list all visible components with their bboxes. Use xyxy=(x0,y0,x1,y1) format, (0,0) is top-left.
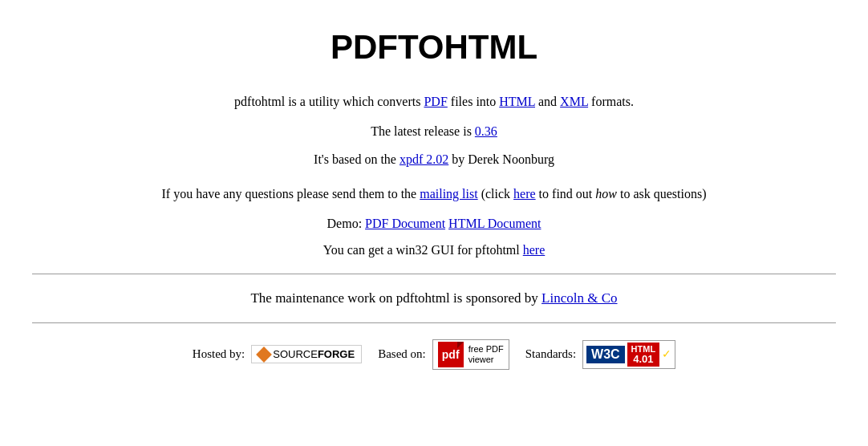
demo-section: Demo: PDF Document HTML Document xyxy=(32,217,836,231)
win32-paragraph: You can get a win32 GUI for pftohtml her… xyxy=(32,243,836,257)
xml-link[interactable]: XML xyxy=(560,95,588,108)
intro-text-before: pdftohtml is a utility which converts xyxy=(234,95,424,108)
divider-top xyxy=(32,274,836,274)
xpdf-paragraph: It's based on the xpdf 2.02 by Derek Noo… xyxy=(32,148,836,170)
pdf-badge-text: free PDF viewer xyxy=(468,344,504,365)
pdf-badge-line2: viewer xyxy=(468,355,504,365)
intro-text-after: formats. xyxy=(588,95,634,108)
w3c-badge[interactable]: W3C HTML 4.01 ✓ xyxy=(582,340,675,369)
sponsor-text-before: The maintenance work on pdftohtml is spo… xyxy=(250,290,541,306)
w3c-html-info: HTML 4.01 xyxy=(627,343,660,367)
sf-text: SOURCEFORGE xyxy=(273,348,355,360)
questions-text-after: to find out xyxy=(536,187,596,201)
release-text-before: The latest release is xyxy=(371,124,475,138)
pdf-badge-line1: free PDF xyxy=(468,344,504,355)
questions-text-before: If you have any questions please send th… xyxy=(162,187,420,201)
xpdf-text-before: It's based on the xyxy=(314,152,400,166)
demo-paragraph: Demo: PDF Document HTML Document xyxy=(32,217,836,231)
lincoln-co-link[interactable]: Lincoln & Co xyxy=(541,290,617,306)
sf-diamond-icon xyxy=(256,347,272,363)
pdf-link[interactable]: PDF xyxy=(424,95,447,108)
release-paragraph: The latest release is 0.36 xyxy=(32,120,836,142)
win32-text-before: You can get a win32 GUI for pftohtml xyxy=(323,243,523,257)
pdf-icon-text: pdf xyxy=(442,348,460,361)
intro-text-mid2: and xyxy=(535,95,560,108)
questions-text-end: to ask questions) xyxy=(617,187,707,201)
based-label: Based on: xyxy=(378,347,426,361)
questions-paragraph: If you have any questions please send th… xyxy=(32,183,836,205)
sf-forge-text: FORGE xyxy=(318,348,355,360)
mailing-list-link[interactable]: mailing list xyxy=(420,187,477,201)
win32-section: You can get a win32 GUI for pftohtml her… xyxy=(32,243,836,257)
pdf-doc-link[interactable]: PDF Document xyxy=(365,217,445,230)
divider-bottom xyxy=(32,322,836,323)
sponsor-paragraph: The maintenance work on pdftohtml is spo… xyxy=(32,290,836,306)
hosted-by-item: Hosted by: SOURCEFORGE xyxy=(193,345,362,363)
page-title: PDFTOHTML xyxy=(32,16,836,67)
questions-here-link[interactable]: here xyxy=(513,187,536,201)
intro-paragraph: pdftohtml is a utility which converts PD… xyxy=(32,91,836,112)
sourceforge-badge[interactable]: SOURCEFORGE xyxy=(251,345,362,363)
w3c-logo: W3C xyxy=(586,346,625,363)
w3c-version-label: 4.01 xyxy=(633,354,653,365)
release-section: The latest release is 0.36 It's based on… xyxy=(32,120,836,170)
html-doc-link[interactable]: HTML Document xyxy=(448,217,541,230)
demo-label: Demo: xyxy=(327,217,366,230)
footer-section: Hosted by: SOURCEFORGE Based on: pdf fre… xyxy=(32,339,836,386)
questions-section: If you have any questions please send th… xyxy=(32,183,836,205)
standards-item: Standards: W3C HTML 4.01 ✓ xyxy=(525,340,675,369)
pdf-viewer-badge[interactable]: pdf free PDF viewer xyxy=(432,339,509,370)
based-on-item: Based on: pdf free PDF viewer xyxy=(378,339,509,370)
pdf-icon: pdf xyxy=(438,342,464,367)
win32-here-link[interactable]: here xyxy=(523,243,546,257)
standards-label: Standards: xyxy=(525,347,576,361)
hosted-label: Hosted by: xyxy=(193,347,245,361)
w3c-html-label: HTML xyxy=(631,344,656,354)
version-link[interactable]: 0.36 xyxy=(475,124,497,138)
questions-text-middle: (click xyxy=(478,187,513,201)
sponsor-section: The maintenance work on pdftohtml is spo… xyxy=(32,290,836,306)
w3c-checkmark-icon: ✓ xyxy=(662,347,671,361)
how-text: how xyxy=(595,187,617,201)
intro-text-mid1: files into xyxy=(448,95,499,108)
main-container: PDFTOHTML pdftohtml is a utility which c… xyxy=(0,0,868,402)
xpdf-text-after: by Derek Noonburg xyxy=(448,152,554,166)
intro-section: pdftohtml is a utility which converts PD… xyxy=(32,91,836,112)
xpdf-link[interactable]: xpdf 2.02 xyxy=(400,152,448,166)
html-link[interactable]: HTML xyxy=(499,95,535,108)
